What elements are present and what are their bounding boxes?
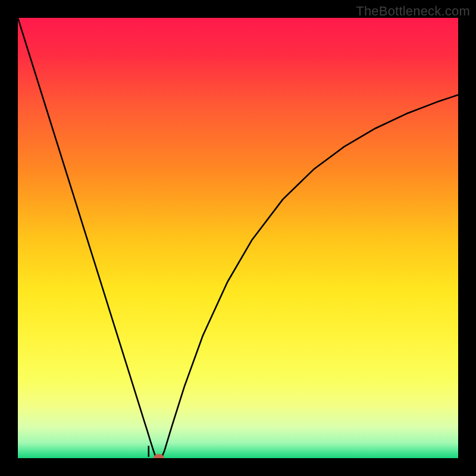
frame-border: TheBottleneck.com [0,0,476,476]
plot-svg [18,18,458,458]
plot-area [18,18,458,458]
bottleneck-curve [18,18,458,458]
watermark-text: TheBottleneck.com [356,4,470,19]
